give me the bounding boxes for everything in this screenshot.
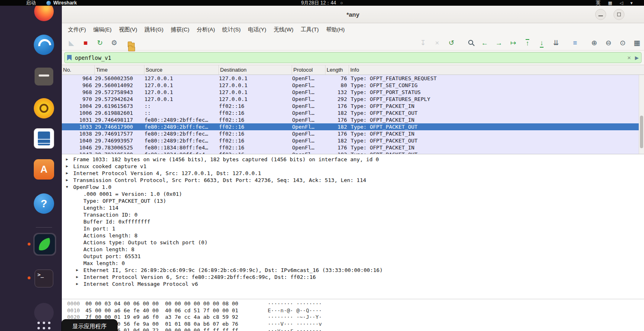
packet-row[interactable]: 104029.746993957fe80::2489:2bff:fec…ff02… xyxy=(62,137,644,144)
clear-filter-icon[interactable]: × xyxy=(627,54,631,61)
column-header-time[interactable]: Time xyxy=(95,65,144,75)
go-first-button[interactable]: ↑ xyxy=(522,38,533,48)
menu-item[interactable]: 工具(T) xyxy=(297,24,322,35)
window-titlebar[interactable]: *any xyxy=(62,6,644,23)
expand-arrow-icon[interactable]: ▶ xyxy=(76,281,83,287)
find-packet-button[interactable] xyxy=(465,38,476,48)
go-back-button[interactable]: ← xyxy=(479,38,490,48)
detail-line[interactable]: .000 0001 = Version: 1.0 (0x01) xyxy=(62,191,644,197)
detail-line[interactable]: ▶Internet Protocol Version 4, Src: 127.0… xyxy=(62,170,644,177)
colorize-button[interactable]: ≡ xyxy=(570,38,581,48)
save-file-button[interactable]: ↧ xyxy=(417,38,428,48)
column-header-length[interactable]: Length xyxy=(325,65,349,75)
hex-line[interactable]: 003080 18 02 00 56 fe 9a 00 01 01 08 0a … xyxy=(62,321,644,328)
capture-options-button[interactable]: ⚙ xyxy=(109,38,120,48)
column-header-protocol[interactable]: Protocol xyxy=(292,65,325,75)
auto-scroll-button[interactable]: ⇊ xyxy=(550,38,561,48)
dock-item-help[interactable]: ? xyxy=(33,193,55,214)
dock-item-files[interactable] xyxy=(33,66,55,87)
detail-line[interactable]: ▶Frame 1033: 182 bytes on wire (1456 bit… xyxy=(62,156,644,163)
packet-list-scrollbar[interactable] xyxy=(639,75,644,154)
detail-line[interactable]: Transaction ID: 0 xyxy=(62,211,644,218)
zoom-out-button[interactable]: ⊖ xyxy=(603,38,614,48)
column-header-info[interactable]: Info xyxy=(349,65,644,75)
packet-row[interactable]: 96629.560014092127.0.0.1127.0.0.1OpenFl…… xyxy=(62,82,644,89)
go-last-button[interactable]: ↓ xyxy=(536,38,547,48)
expand-arrow-icon[interactable]: ▶ xyxy=(66,156,73,163)
dock-item-wireshark[interactable] xyxy=(33,233,56,256)
go-forward-button[interactable]: → xyxy=(493,38,504,48)
detail-line[interactable]: Output port: 65531 xyxy=(62,253,644,260)
dock-item-terminal[interactable]: >_ xyxy=(33,268,55,289)
hex-line[interactable]: 0040b6 07 eb 76 01 0d 00 72 00 00 00 00 … xyxy=(62,327,644,331)
hex-line[interactable]: 000000 00 03 04 00 06 00 00 00 00 00 00 … xyxy=(62,300,644,307)
open-file-button[interactable] xyxy=(128,43,135,47)
stop-capture-button[interactable]: ■ xyxy=(80,38,91,48)
restart-capture-button[interactable]: ↻ xyxy=(94,38,105,48)
packet-row[interactable]: 103129.746498117fe80::2489:2bff:fec…ff02… xyxy=(62,116,644,123)
detail-line[interactable]: Type: OFPT_PACKET_OUT (13) xyxy=(62,197,644,204)
system-menu-caret-icon[interactable]: ▾ xyxy=(630,0,633,6)
column-header-source[interactable]: Source xyxy=(144,65,219,75)
dock-item-thunderbird[interactable] xyxy=(33,34,55,55)
dock-item-rhythmbox[interactable] xyxy=(33,98,55,119)
packet-row[interactable]: 103329.746617900fe80::2489:2bff:fec…ff02… xyxy=(62,123,644,130)
menu-item[interactable]: 文件(F) xyxy=(64,24,90,35)
detail-line[interactable]: Buffer Id: 0xffffffff xyxy=(62,218,644,225)
packet-row[interactable]: 104729.783185109fe80::1834:80ff:fe4…ff02… xyxy=(62,151,644,154)
menu-item[interactable]: 分析(A) xyxy=(193,24,219,35)
detail-line[interactable]: In port: 1 xyxy=(62,225,644,232)
expand-arrow-icon[interactable]: ▶ xyxy=(66,170,73,177)
keyboard-layout-icon[interactable]: ▦ xyxy=(608,0,612,6)
menu-item[interactable]: 帮助(H) xyxy=(322,24,348,35)
expand-arrow-icon[interactable]: ▶ xyxy=(66,177,73,184)
activities-button[interactable]: 启动 xyxy=(26,0,36,7)
close-file-button[interactable]: × xyxy=(432,38,443,48)
volume-icon[interactable]: ◁ xyxy=(620,0,623,6)
maximize-button[interactable] xyxy=(613,9,624,20)
scrollbar-thumb[interactable] xyxy=(640,116,643,148)
menu-item[interactable]: 编辑(E) xyxy=(90,24,115,35)
menu-item[interactable]: 跳转(G) xyxy=(141,24,167,35)
packet-row[interactable]: 100429.619615673::ff02::16OpenFl…176Type… xyxy=(62,103,644,110)
collapse-arrow-icon[interactable]: ▼ xyxy=(66,184,73,191)
packet-row[interactable]: 103829.746917577fe80::2489:2bff:fec…ff02… xyxy=(62,130,644,137)
column-header-no[interactable]: No. xyxy=(62,65,95,75)
detail-line[interactable]: ▶Ethernet II, Src: 26:89:2b:c6:09:9c (26… xyxy=(62,267,644,274)
detail-line[interactable]: ▼OpenFlow 1.0 xyxy=(62,184,644,191)
column-header-destination[interactable]: Destination xyxy=(219,65,292,75)
zoom-in-button[interactable]: ⊕ xyxy=(589,38,600,48)
display-filter-input[interactable]: openflow_v1 × ▶ xyxy=(64,52,642,63)
clock-button[interactable]: 9月28日 12：44 xyxy=(301,0,336,7)
packet-row[interactable]: 97029.572942624127.0.0.1127.0.0.1OpenFl…… xyxy=(62,96,644,103)
detail-line[interactable]: Actions type: Output to switch port (0) xyxy=(62,239,644,246)
start-capture-button[interactable]: ◣ xyxy=(66,38,77,48)
detail-line[interactable]: ▶Transmission Control Protocol, Src Port… xyxy=(62,177,644,184)
detail-line[interactable]: ▶Linux cooked capture v1 xyxy=(62,163,644,170)
detail-line[interactable]: Length: 114 xyxy=(62,204,644,211)
dock-item-ubuntu-software[interactable]: A xyxy=(33,159,55,180)
dock-item-show-applications[interactable] xyxy=(33,318,55,331)
packet-row[interactable]: 100629.619882601::ff02::16OpenFl…182Type… xyxy=(62,110,644,116)
minimize-button[interactable] xyxy=(595,9,606,20)
menu-item[interactable]: 捕获(C) xyxy=(167,24,193,35)
detail-line[interactable]: Max length: 0 xyxy=(62,260,644,267)
packet-row[interactable]: 104629.783006525fe80::1834:80ff:fe4…ff02… xyxy=(62,144,644,151)
detail-line[interactable]: ▶Internet Control Message Protocol v6 xyxy=(62,281,644,287)
menu-item[interactable]: 统计(S) xyxy=(219,24,245,35)
detail-line[interactable]: Actions length: 8 xyxy=(62,232,644,239)
packet-row[interactable]: 96829.572758943127.0.0.1127.0.0.1OpenFl…… xyxy=(62,89,644,96)
resize-columns-button[interactable]: ▦ xyxy=(631,38,642,48)
dock-item-libreoffice-writer[interactable] xyxy=(33,128,55,149)
expand-arrow-icon[interactable]: ▶ xyxy=(66,163,73,170)
detail-line[interactable]: ▶Internet Protocol Version 6, Src: fe80:… xyxy=(62,274,644,281)
apply-filter-icon[interactable]: ▶ xyxy=(635,55,639,61)
packet-row[interactable]: 96429.560002350127.0.0.1127.0.0.1OpenFl…… xyxy=(62,75,644,82)
zoom-original-button[interactable]: ⊙ xyxy=(617,38,628,48)
menu-item[interactable]: 电话(Y) xyxy=(245,24,270,35)
menu-item[interactable]: 无线(W) xyxy=(270,24,297,35)
hex-line[interactable]: 00207f 00 00 01 19 e9 a6 f0 a3 7e cc 4a … xyxy=(62,314,644,321)
filter-bookmark-icon[interactable] xyxy=(67,55,72,61)
focused-app-indicator[interactable]: Wireshark xyxy=(46,0,77,6)
detail-line[interactable]: Action length: 8 xyxy=(62,246,644,253)
